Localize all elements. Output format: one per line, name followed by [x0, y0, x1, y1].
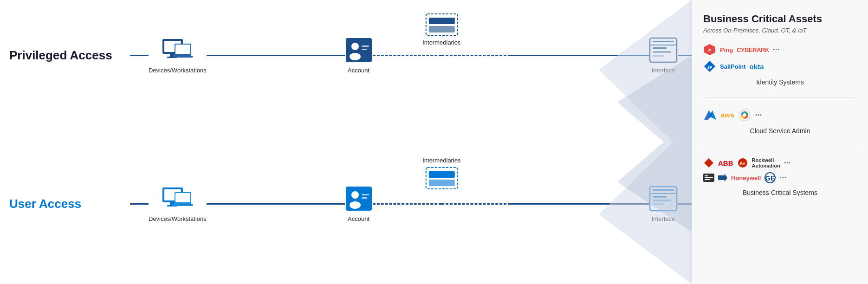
svg-point-8	[351, 43, 359, 50]
svg-rect-32	[362, 197, 367, 199]
svg-point-30	[350, 201, 361, 209]
ping-label: Ping	[720, 46, 733, 53]
svg-text:SP: SP	[707, 65, 713, 70]
cyberark-label: CYBERARK	[737, 46, 769, 53]
user-intermediaries-float: Intermediaries	[422, 157, 460, 190]
privileged-access-row: Privileged Access Devices/Workstations	[9, 37, 692, 74]
svg-rect-39	[653, 196, 667, 198]
right-panel: Business Critical Assets Across On-Premi…	[692, 0, 868, 284]
user-devices-label: Devices/Workstations	[149, 215, 207, 222]
priv-account-label: Account	[348, 67, 369, 74]
svg-text:P: P	[708, 48, 711, 53]
svg-rect-11	[362, 49, 367, 50]
privileged-chain: Devices/Workstations Account	[130, 37, 692, 74]
svg-rect-31	[362, 194, 369, 195]
svg-marker-51	[704, 158, 713, 168]
svg-rect-5	[175, 45, 190, 54]
user-chain: Devices/Workstations Account	[130, 186, 692, 222]
line-user-1	[207, 203, 345, 205]
priv-intermediaries-section: Intermediaries	[373, 55, 511, 56]
azure-logo	[703, 109, 717, 122]
svg-point-50	[739, 110, 750, 121]
bcs-logos-1: ABB RA RockwellAutomation ···	[703, 157, 857, 168]
user-intermediaries-top-label: Intermediaries	[422, 157, 460, 164]
svg-rect-40	[653, 200, 671, 201]
divider-2	[703, 146, 857, 146]
line-user-end	[678, 203, 692, 205]
identity-logos-2: SP SailPoint okta	[703, 60, 857, 73]
svg-rect-35	[428, 180, 454, 186]
aws-label: aws	[721, 111, 734, 119]
user-devices-node: Devices/Workstations	[149, 186, 207, 222]
account-icon-priv	[345, 37, 373, 63]
panel-subtitle: Across On-Premises, Cloud, OT, & IoT	[703, 27, 857, 34]
line-start-priv	[130, 55, 149, 56]
panel-header: Business Critical Assets Across On-Premi…	[703, 13, 857, 34]
devices-workstations-icon-user	[162, 186, 193, 212]
cloud-logos: aws ···	[703, 109, 857, 122]
line-start-user	[130, 203, 149, 205]
user-access-label: User Access	[9, 197, 130, 211]
svg-rect-27	[173, 204, 193, 206]
user-access-row: User Access Devices/Workstations	[9, 186, 692, 222]
dashed-line-user-right	[441, 203, 511, 205]
ping-logo: P	[703, 43, 716, 56]
user-interface-label: Interface	[652, 215, 675, 222]
line-user-2	[511, 203, 649, 205]
svg-marker-59	[725, 174, 727, 182]
svg-rect-6	[173, 56, 193, 58]
user-account-label: Account	[348, 215, 369, 222]
bcs-diamond-icon	[703, 157, 714, 168]
svg-rect-13	[428, 18, 454, 24]
cloud-section-title: Cloud Service Admin	[703, 127, 857, 135]
svg-rect-14	[428, 26, 454, 32]
svg-point-29	[351, 191, 359, 199]
svg-rect-18	[653, 47, 667, 49]
svg-rect-55	[705, 175, 708, 176]
priv-intermediaries-float: Intermediaries	[422, 13, 460, 46]
bcs-more: ···	[784, 158, 791, 168]
svg-marker-49	[704, 110, 713, 120]
interface-icon-priv	[649, 37, 678, 63]
svg-rect-34	[428, 171, 454, 178]
divider-1	[703, 97, 857, 97]
priv-devices-label: Devices/Workstations	[149, 67, 207, 74]
cloud-more: ···	[755, 110, 762, 120]
diagram-area: Privileged Access Devices/Workstations	[0, 0, 692, 284]
priv-devices-node: Devices/Workstations	[149, 37, 207, 74]
svg-rect-16	[653, 41, 674, 42]
priv-interface-label: Interface	[652, 67, 675, 74]
intermediaries-icon-user	[425, 167, 458, 190]
svg-rect-20	[653, 55, 664, 57]
sailpoint-label: SailPoint	[720, 63, 746, 70]
identity-section-title: Identity Systems	[703, 78, 857, 86]
user-intermediaries-section: Intermediaries	[373, 203, 511, 205]
bcs-more-2: ···	[779, 173, 786, 183]
priv-interface-node: Interface	[649, 37, 678, 74]
sailpoint-logo: SP	[703, 60, 716, 73]
priv-account-node: Account	[345, 37, 373, 74]
rockwell-label: RockwellAutomation	[752, 157, 780, 168]
identity-logos: P Ping CYBERARK ···	[703, 43, 857, 56]
line-priv-1	[207, 55, 345, 56]
identity-systems-section: P Ping CYBERARK ··· SP SailPoint okta Id…	[703, 43, 857, 86]
bcs-icon-2	[718, 174, 727, 182]
rockwell-logo: RA	[737, 157, 748, 168]
svg-rect-10	[362, 45, 369, 47]
okta-label: okta	[750, 63, 764, 71]
svg-rect-57	[705, 179, 710, 180]
svg-rect-26	[175, 193, 190, 202]
cloud-section: aws ··· Cloud Service Admin	[703, 109, 857, 135]
bcs-section-title: Business Critical Systems	[703, 189, 857, 196]
user-account-node: Account	[345, 186, 373, 222]
intermediaries-icon-priv	[425, 13, 458, 36]
svg-rect-56	[705, 177, 713, 178]
devices-workstations-icon-priv	[162, 37, 193, 63]
svg-point-9	[350, 53, 361, 60]
line-priv-end	[678, 55, 692, 56]
svg-rect-19	[653, 51, 671, 53]
svg-rect-41	[653, 203, 664, 205]
svg-text:RA: RA	[740, 161, 745, 166]
honeywell-label: Honeywell	[731, 174, 761, 181]
svg-rect-58	[718, 175, 725, 180]
